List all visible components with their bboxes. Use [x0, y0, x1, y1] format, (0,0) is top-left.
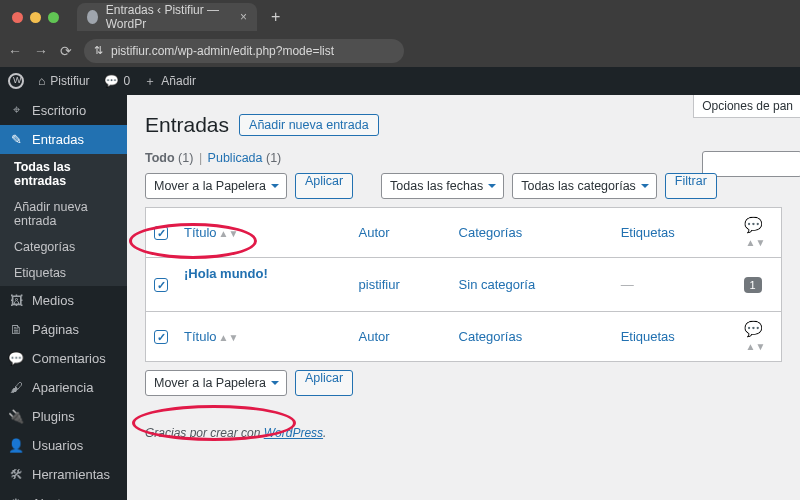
apply-bulk-action-button-bottom[interactable]: Aplicar: [295, 370, 353, 396]
sidebar-submenu-posts: Todas las entradas Añadir nueva entrada …: [0, 154, 127, 286]
post-tags-value: —: [621, 277, 634, 292]
page-icon: 🗎: [8, 322, 24, 337]
window-minimize-icon[interactable]: [30, 12, 41, 23]
apply-bulk-action-button[interactable]: Aplicar: [295, 173, 353, 199]
category-filter-select[interactable]: Todas las categorías: [512, 173, 657, 199]
sidebar-item-comments[interactable]: 💬Comentarios: [0, 344, 127, 373]
post-category-link[interactable]: Sin categoría: [459, 277, 536, 292]
main-content: Opciones de pan Entradas Añadir nueva en…: [127, 95, 800, 500]
filter-button[interactable]: Filtrar: [665, 173, 717, 199]
sidebar-item-settings[interactable]: ⚙Ajustes: [0, 489, 127, 500]
url-text: pistifiur.com/wp-admin/edit.php?mode=lis…: [111, 44, 334, 58]
add-new-post-button[interactable]: Añadir nueva entrada: [239, 114, 379, 136]
sliders-icon: ⚙: [8, 496, 24, 500]
submenu-categories[interactable]: Categorías: [0, 234, 127, 260]
col-tags[interactable]: Etiquetas: [613, 208, 736, 258]
comment-icon: 💬: [744, 216, 763, 233]
sidebar-item-label: Entradas: [32, 132, 84, 147]
sidebar-item-dashboard[interactable]: ⌖Escritorio: [0, 95, 127, 125]
sidebar-item-label: Usuarios: [32, 438, 83, 453]
filter-published-link[interactable]: Publicada: [208, 151, 263, 165]
window-zoom-icon[interactable]: [48, 12, 59, 23]
site-name-text: Pistifiur: [50, 74, 89, 88]
col-title: Título▲▼: [176, 208, 351, 258]
media-icon: 🖼: [8, 293, 24, 308]
table-row: ✓ ¡Hola mundo! pistifiur Sin categoría —…: [146, 258, 782, 312]
dashboard-icon: ⌖: [8, 102, 24, 118]
sidebar-item-tools[interactable]: 🛠Herramientas: [0, 460, 127, 489]
home-icon: ⌂: [38, 74, 45, 88]
sidebar-item-label: Medios: [32, 293, 74, 308]
screen-options-tab[interactable]: Opciones de pan: [693, 95, 800, 118]
post-comments-count[interactable]: 1: [744, 277, 762, 293]
col-categories[interactable]: Categorías: [451, 208, 613, 258]
forward-icon[interactable]: →: [34, 43, 48, 59]
sidebar-item-posts[interactable]: ✎Entradas: [0, 125, 127, 154]
sidebar-item-users[interactable]: 👤Usuarios: [0, 431, 127, 460]
address-bar[interactable]: ⇅ pistifiur.com/wp-admin/edit.php?mode=l…: [84, 39, 404, 63]
browser-tab[interactable]: Entradas ‹ Pistifiur — WordPr ×: [77, 3, 257, 31]
site-name-link[interactable]: ⌂ Pistifiur: [38, 74, 90, 88]
col-author[interactable]: Autor: [351, 208, 451, 258]
filter-all-count: (1): [178, 151, 193, 165]
pin-icon: ✎: [8, 132, 24, 147]
back-icon[interactable]: ←: [8, 43, 22, 59]
footer-credit: Gracias por crear con WordPress.: [145, 426, 782, 440]
browser-toolbar: ← → ⟳ ⇅ pistifiur.com/wp-admin/edit.php?…: [0, 34, 800, 67]
sidebar-item-label: Comentarios: [32, 351, 106, 366]
reload-icon[interactable]: ⟳: [60, 43, 72, 59]
plug-icon: 🔌: [8, 409, 24, 424]
new-tab-button[interactable]: +: [265, 8, 286, 26]
window-close-icon[interactable]: [12, 12, 23, 23]
post-title-link[interactable]: ¡Hola mundo!: [184, 266, 268, 281]
sort-icon[interactable]: ▲▼: [219, 228, 239, 239]
browser-chrome: Entradas ‹ Pistifiur — WordPr × + ← → ⟳ …: [0, 0, 800, 67]
submenu-all-posts[interactable]: Todas las entradas: [0, 154, 127, 194]
sidebar-item-media[interactable]: 🖼Medios: [0, 286, 127, 315]
tab-favicon-icon: [87, 10, 98, 24]
posts-table: ✓ Título▲▼ Autor Categorías Etiquetas 💬▲…: [145, 207, 782, 362]
sidebar-item-label: Ajustes: [32, 496, 75, 500]
add-new-label: Añadir: [161, 74, 196, 88]
sort-icon[interactable]: ▲▼: [219, 332, 239, 343]
browser-tab-strip: Entradas ‹ Pistifiur — WordPr × +: [0, 0, 800, 34]
sort-icon[interactable]: ▲▼: [746, 237, 766, 248]
wp-admin-bar: ⌂ Pistifiur 💬 0 ＋ Añadir: [0, 67, 800, 95]
add-new-link[interactable]: ＋ Añadir: [144, 73, 196, 90]
comments-link[interactable]: 💬 0: [104, 74, 131, 88]
select-all-checkbox[interactable]: ✓: [154, 226, 168, 240]
sidebar-item-label: Páginas: [32, 322, 79, 337]
comments-count: 0: [124, 74, 131, 88]
submenu-add-post[interactable]: Añadir nueva entrada: [0, 194, 127, 234]
user-icon: 👤: [8, 438, 24, 453]
filter-all-label[interactable]: Todo: [145, 151, 175, 165]
row-checkbox[interactable]: ✓: [154, 278, 168, 292]
sidebar-item-plugins[interactable]: 🔌Plugins: [0, 402, 127, 431]
comments-icon: 💬: [8, 351, 24, 366]
col-comments[interactable]: 💬▲▼: [736, 208, 782, 258]
tab-title: Entradas ‹ Pistifiur — WordPr: [106, 3, 226, 31]
submenu-tags[interactable]: Etiquetas: [0, 260, 127, 286]
sort-icon[interactable]: ▲▼: [746, 341, 766, 352]
brush-icon: 🖌: [8, 380, 24, 395]
sidebar-item-appearance[interactable]: 🖌Apariencia: [0, 373, 127, 402]
sidebar-item-label: Apariencia: [32, 380, 93, 395]
site-settings-icon[interactable]: ⇅: [94, 44, 103, 57]
post-author-link[interactable]: pistifiur: [359, 277, 400, 292]
window-controls: [12, 12, 59, 23]
wordpress-link[interactable]: WordPress: [264, 426, 323, 440]
admin-sidebar: ⌖Escritorio ✎Entradas Todas las entradas…: [0, 95, 127, 500]
comment-icon: 💬: [104, 74, 119, 88]
sidebar-item-label: Plugins: [32, 409, 75, 424]
tab-close-icon[interactable]: ×: [240, 10, 247, 24]
post-status-filter: Todo (1) | Publicada (1): [145, 151, 782, 165]
date-filter-select[interactable]: Todas las fechas: [381, 173, 504, 199]
wordpress-icon: [8, 73, 24, 89]
page-title: Entradas: [145, 113, 229, 137]
bulk-action-select-bottom[interactable]: Mover a la Papelera: [145, 370, 287, 396]
sidebar-item-pages[interactable]: 🗎Páginas: [0, 315, 127, 344]
bulk-action-select[interactable]: Mover a la Papelera: [145, 173, 287, 199]
select-all-checkbox-bottom[interactable]: ✓: [154, 330, 168, 344]
filter-published-count: (1): [266, 151, 281, 165]
wp-logo[interactable]: [8, 73, 24, 89]
